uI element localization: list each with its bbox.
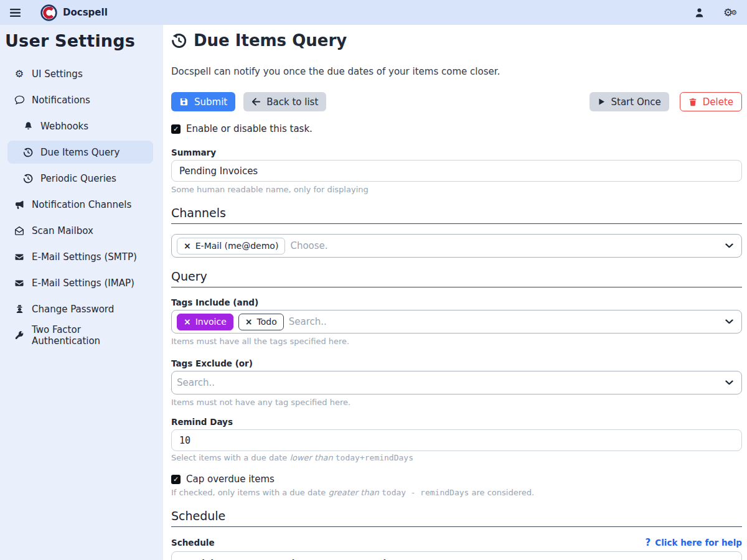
enable-task-label: Enable or disable this task.: [186, 123, 312, 134]
page-title: Due Items Query: [171, 31, 742, 50]
sidebar-item-label: E-Mail Settings (SMTP): [32, 251, 137, 263]
summary-label: Summary: [171, 147, 742, 157]
settings-cogs-icon[interactable]: ⚙⚙: [723, 7, 737, 18]
history-icon: [171, 33, 187, 49]
channels-placeholder: Choose.: [290, 240, 327, 251]
delete-button[interactable]: Delete: [680, 92, 742, 111]
sidebar-item-label: Webhooks: [40, 121, 88, 132]
sidebar-item-notification-channels[interactable]: Notification Channels: [7, 193, 153, 216]
cap-overdue-help: If checked, only items with a due date g…: [171, 488, 742, 497]
key-icon: [14, 330, 25, 340]
summary-input[interactable]: [171, 160, 742, 182]
tag-chip-invoice[interactable]: × Invoice: [177, 314, 233, 330]
app-brand[interactable]: Docspell: [40, 4, 108, 21]
history-icon: [22, 147, 34, 157]
sidebar-item-label: Notification Channels: [32, 199, 131, 210]
action-button-row: Submit Back to list Start Once: [171, 92, 742, 111]
schedule-help-link[interactable]: ? Click here for help: [646, 537, 742, 548]
sidebar-item-scan-mailbox[interactable]: Scan Mailbox: [7, 219, 153, 242]
sidebar-menu: ⚙ UI Settings Notifications Webhooks: [0, 62, 163, 347]
sidebar-item-email-imap[interactable]: E-Mail Settings (IMAP): [7, 271, 153, 294]
remind-days-help: Select items with a due date lower than …: [171, 453, 742, 462]
bell-icon: [22, 121, 34, 131]
schedule-section-heading: Schedule: [171, 510, 742, 527]
question-icon: ?: [646, 537, 651, 548]
play-icon: [598, 98, 606, 106]
sidebar-item-label: UI Settings: [32, 68, 83, 80]
arrow-left-icon: [251, 97, 261, 106]
sidebar-item-notifications[interactable]: Notifications: [7, 88, 153, 111]
sidebar-item-label: Scan Mailbox: [32, 225, 93, 236]
tags-include-label: Tags Include (and): [171, 297, 742, 307]
sidebar-item-label: Two Factor Authentication: [32, 324, 147, 347]
history-icon: [22, 174, 34, 184]
remove-chip-icon[interactable]: ×: [184, 241, 191, 250]
channel-chip[interactable]: × E-Mail (me@demo): [177, 238, 285, 254]
chevron-down-icon[interactable]: [725, 319, 733, 324]
sidebar-item-label: Change Password: [32, 304, 114, 315]
comment-icon: [14, 95, 25, 105]
tags-exclude-placeholder: Search..: [177, 377, 215, 388]
tags-include-multiselect[interactable]: × Invoice × Todo Search..: [171, 310, 742, 334]
cap-overdue-checkbox[interactable]: ✓: [171, 475, 181, 484]
tags-exclude-help: Items must not have any tag specified he…: [171, 398, 742, 407]
sidebar-item-label: Periodic Queries: [40, 173, 116, 184]
page-title-text: Due Items Query: [194, 31, 347, 50]
channel-chip-label: E-Mail (me@demo): [195, 241, 279, 251]
remind-days-label: Remind Days: [171, 417, 742, 427]
sidebar-item-due-items-query[interactable]: Due Items Query: [7, 141, 153, 164]
start-once-button[interactable]: Start Once: [590, 92, 669, 111]
page-description: Docspell can notify you once the due dat…: [171, 66, 742, 77]
chevron-down-icon[interactable]: [725, 380, 733, 385]
channels-multiselect[interactable]: × E-Mail (me@demo) Choose.: [171, 234, 742, 258]
gear-icon: ⚙: [14, 69, 25, 79]
schedule-table: Weekday Year Month Day Hour Minute * - *…: [171, 551, 742, 560]
tags-exclude-multiselect[interactable]: Search..: [171, 371, 742, 394]
back-to-list-button[interactable]: Back to list: [243, 92, 326, 111]
sidebar-item-change-password[interactable]: Change Password: [7, 297, 153, 320]
envelope-icon: [14, 278, 25, 288]
user-account-icon[interactable]: [694, 7, 705, 18]
sidebar-item-ui-settings[interactable]: ⚙ UI Settings: [7, 62, 153, 85]
tag-chip-label: Todo: [257, 317, 277, 327]
channels-section-heading: Channels: [171, 207, 742, 224]
sidebar-item-label: Notifications: [32, 95, 90, 106]
schedule-label-row: Schedule ? Click here for help: [171, 537, 742, 548]
app-title: Docspell: [63, 7, 108, 18]
bullhorn-icon: [14, 200, 25, 210]
summary-help: Some human readable name, only for displ…: [171, 185, 742, 194]
schedule-label: Schedule: [171, 538, 215, 548]
sidebar-item-label: E-Mail Settings (IMAP): [32, 278, 134, 289]
cap-overdue-row: ✓ Cap overdue items: [171, 474, 742, 485]
tags-include-help: Items must have all the tags specified h…: [171, 337, 742, 346]
remind-days-input[interactable]: [171, 429, 742, 451]
chevron-down-icon[interactable]: [725, 243, 733, 248]
cap-overdue-label: Cap overdue items: [186, 474, 275, 485]
user-secret-icon: [14, 304, 25, 314]
sidebar-item-webhooks[interactable]: Webhooks: [7, 114, 153, 138]
envelope-open-icon: [14, 226, 25, 236]
gear-small-icon: ⚙: [731, 9, 737, 16]
enable-task-row: ✓ Enable or disable this task.: [171, 123, 742, 134]
trash-icon: [688, 98, 697, 106]
sidebar-title: User Settings: [0, 30, 163, 50]
top-navbar: Docspell ⚙⚙: [0, 0, 747, 25]
docspell-logo-icon: [40, 4, 57, 21]
sidebar-item-label: Due Items Query: [40, 147, 120, 158]
sidebar: User Settings ⚙ UI Settings Notification…: [0, 25, 163, 560]
query-section-heading: Query: [171, 270, 742, 287]
save-icon: [179, 97, 189, 106]
sidebar-item-periodic-queries[interactable]: Periodic Queries: [7, 167, 153, 190]
tag-chip-todo[interactable]: × Todo: [238, 314, 284, 330]
remove-chip-icon[interactable]: ×: [245, 317, 253, 326]
submit-button[interactable]: Submit: [171, 92, 235, 111]
tags-include-placeholder: Search..: [289, 316, 327, 327]
remove-chip-icon[interactable]: ×: [184, 317, 191, 326]
sidebar-item-email-smtp[interactable]: E-Mail Settings (SMTP): [7, 245, 153, 268]
sidebar-item-two-factor-auth[interactable]: Two Factor Authentication: [7, 324, 153, 347]
hamburger-menu-icon[interactable]: [10, 8, 24, 17]
envelope-icon: [14, 252, 25, 262]
main-content: Due Items Query Docspell can notify you …: [163, 25, 747, 560]
enable-task-checkbox[interactable]: ✓: [171, 124, 181, 134]
tag-chip-label: Invoice: [195, 317, 227, 327]
